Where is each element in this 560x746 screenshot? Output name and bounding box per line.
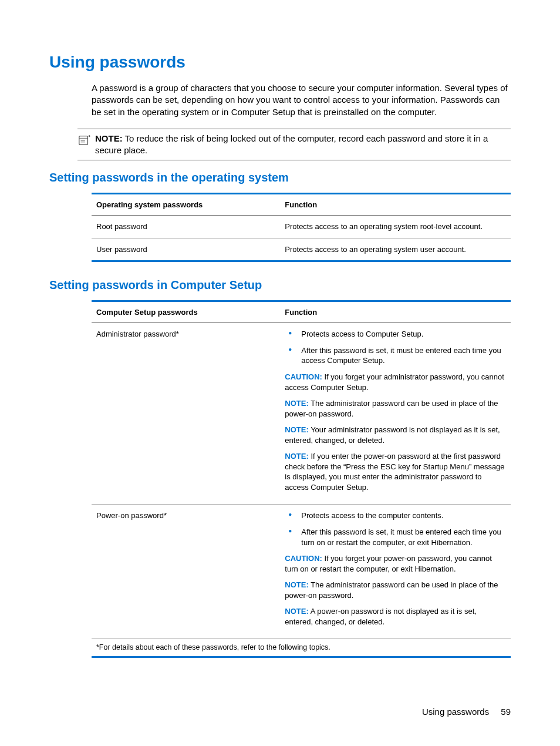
callout-text: Your administrator password is not displ… [285, 425, 500, 445]
os-header-col1: Operating system passwords [92, 194, 280, 216]
table-row: Power-on password* Protects access to th… [92, 505, 511, 639]
intro-paragraph: A password is a group of characters that… [92, 82, 511, 118]
footnote-row: *For details about each of these passwor… [92, 639, 511, 657]
callout-label: NOTE: [285, 607, 308, 616]
callout-label: NOTE: [285, 425, 308, 434]
list-item: After this password is set, it must be e… [285, 345, 506, 366]
callout-text: The administrator password can be used i… [285, 580, 498, 600]
page-footer: Using passwords 59 [422, 707, 511, 717]
os-row1-name: User password [92, 238, 280, 261]
cs-row0-name: Administrator password* [92, 323, 280, 505]
footer-title: Using passwords [422, 707, 489, 717]
callout-label: NOTE: [285, 580, 308, 589]
os-header-col2: Function [280, 194, 511, 216]
caution-callout: CAUTION: If you forget your administrato… [285, 372, 506, 392]
callout-label: CAUTION: [285, 372, 322, 381]
callout-text: The administrator password can be used i… [285, 399, 498, 418]
callout-label: NOTE: [285, 452, 308, 461]
note-callout: NOTE: A power-on password is not display… [285, 606, 506, 627]
list-item: Protects access to the computer contents… [285, 510, 506, 521]
note-callout: NOTE: The administrator password can be … [285, 580, 506, 600]
bullet-list: Protects access to the computer contents… [285, 510, 506, 547]
os-passwords-table: Operating system passwords Function Root… [92, 193, 511, 262]
cs-header-col1: Computer Setup passwords [92, 301, 280, 323]
page-heading: Using passwords [49, 53, 511, 72]
cs-passwords-table: Computer Setup passwords Function Admini… [92, 300, 511, 658]
note-callout: NOTE: Your administrator password is not… [285, 425, 506, 445]
os-row1-func: Protects access to an operating system u… [280, 238, 511, 261]
caution-callout: CAUTION: If you forget your power-on pas… [285, 553, 506, 574]
note-body: To reduce the risk of being locked out o… [95, 133, 488, 155]
note-icon [77, 134, 90, 147]
cs-row0-func: Protects access to Computer Setup. After… [280, 323, 511, 505]
table-row: Administrator password* Protects access … [92, 323, 511, 505]
table-row: Root password Protects access to an oper… [92, 216, 511, 238]
table-header-row: Operating system passwords Function [92, 194, 511, 216]
os-row0-name: Root password [92, 216, 280, 238]
table-footnote: *For details about each of these passwor… [92, 639, 511, 657]
callout-text: If you enter the power-on password at th… [285, 452, 504, 492]
note-block: NOTE: To reduce the risk of being locked… [77, 129, 511, 161]
os-section-heading: Setting passwords in the operating syste… [49, 171, 511, 184]
note-text: NOTE: To reduce the risk of being locked… [95, 133, 511, 157]
callout-text: A power-on password is not displayed as … [285, 607, 477, 626]
bullet-list: Protects access to Computer Setup. After… [285, 329, 506, 366]
callout-label: CAUTION: [285, 554, 322, 563]
note-callout: NOTE: The administrator password can be … [285, 398, 506, 419]
note-prefix: NOTE: [95, 133, 123, 143]
table-row: User password Protects access to an oper… [92, 238, 511, 261]
cs-row1-name: Power-on password* [92, 505, 280, 639]
os-row0-func: Protects access to an operating system r… [280, 216, 511, 238]
document-page: Using passwords A password is a group of… [0, 0, 560, 746]
table-header-row: Computer Setup passwords Function [92, 301, 511, 323]
list-item: After this password is set, it must be e… [285, 527, 506, 547]
page-number: 59 [501, 707, 511, 717]
callout-label: NOTE: [285, 399, 308, 408]
cs-header-col2: Function [280, 301, 511, 323]
note-callout: NOTE: If you enter the power-on password… [285, 451, 506, 492]
list-item: Protects access to Computer Setup. [285, 329, 506, 340]
cs-section-heading: Setting passwords in Computer Setup [49, 278, 511, 292]
cs-row1-func: Protects access to the computer contents… [280, 505, 511, 639]
